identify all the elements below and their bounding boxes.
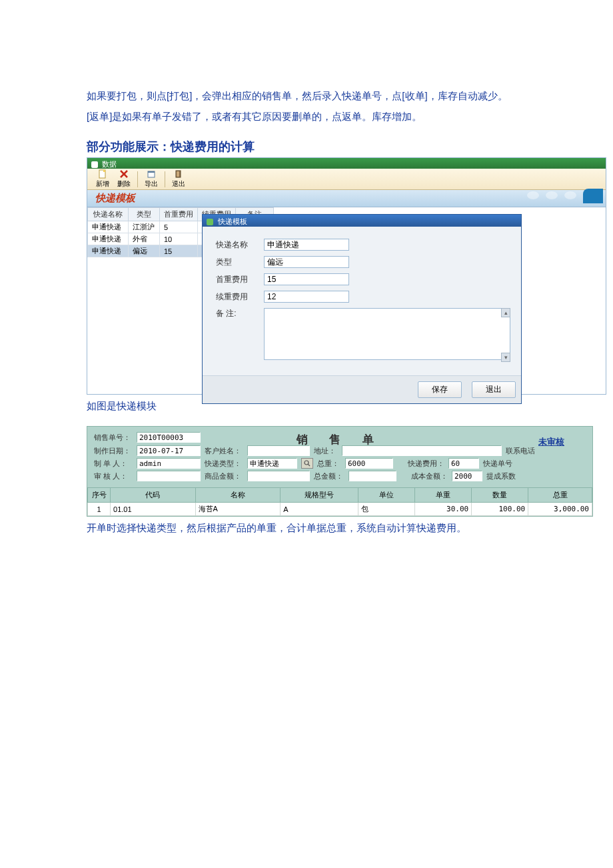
window-title: 数据: [102, 160, 117, 168]
cell-spec: A: [281, 503, 358, 516]
label-first-fee: 首重费用: [216, 274, 264, 285]
doc-paragraph-2: [返单]是如果有单子发错了，或者有其它原因要删单的，点返单。库存增加。: [87, 107, 540, 125]
new-button-label: 新增: [96, 179, 109, 189]
cell-name: 申通快递: [88, 221, 129, 233]
cell-seq: 1: [88, 503, 111, 516]
label-date: 制作日期：: [94, 446, 133, 456]
label-courier-name: 快递名称: [216, 239, 264, 251]
doc-paragraph-1: 如果要打包，则点[打包]，会弹出相应的销售单，然后录入快递单号，点[收单]，库存…: [87, 87, 540, 105]
col-total-wt[interactable]: 总重: [528, 488, 592, 503]
dialog-exit-button[interactable]: 退出: [472, 381, 516, 398]
cell-name: 申通快递: [88, 233, 129, 245]
cell-total-wt: 3,000.00: [528, 503, 592, 516]
first-fee-input[interactable]: [264, 273, 349, 285]
cell-name: 海苔A: [195, 503, 281, 516]
cell-code: 01.01: [111, 503, 196, 516]
scroll-down-icon[interactable]: ▾: [501, 353, 510, 362]
delete-icon: [119, 169, 129, 179]
label-type: 类型: [216, 257, 264, 268]
svg-line-9: [308, 465, 310, 467]
export-icon: [147, 169, 156, 179]
note-textarea[interactable]: [264, 308, 510, 360]
label-courier-type: 快递类型：: [205, 459, 243, 469]
date-input[interactable]: [137, 445, 201, 456]
toolbar-separator: [137, 171, 138, 187]
svg-rect-7: [177, 171, 179, 177]
col-name[interactable]: 名称: [195, 488, 281, 503]
svg-rect-1: [103, 170, 105, 172]
courier-lookup-button[interactable]: [301, 458, 313, 469]
new-button[interactable]: 新增: [93, 168, 113, 190]
auditor-input[interactable]: [137, 471, 201, 481]
cell-first: 15: [159, 245, 197, 257]
label-maker: 制 单 人：: [94, 459, 133, 469]
cell-qty: 100.00: [472, 503, 528, 516]
cell-unit: 包: [358, 503, 415, 516]
dialog-icon: [207, 219, 213, 225]
delete-button-label: 删除: [117, 179, 131, 189]
svg-point-8: [305, 461, 308, 465]
label-note: 备 注:: [216, 308, 264, 319]
col-spec[interactable]: 规格型号: [281, 488, 358, 503]
exit-button[interactable]: 退出: [169, 168, 189, 190]
panel-header: 快递模板: [87, 190, 606, 207]
label-goods-amt: 商品金额：: [205, 471, 243, 481]
label-total-wt: 总重：: [317, 459, 341, 469]
label-phone: 联系电话: [506, 446, 535, 456]
courier-template-window: 数据 新增 删除 导出 退出 快递模板: [87, 157, 606, 395]
export-button[interactable]: 导出: [141, 168, 161, 190]
cell-type: 外省: [129, 233, 160, 245]
courier-type-input[interactable]: [247, 458, 297, 469]
col-type[interactable]: 类型: [129, 208, 160, 221]
total-amt-input[interactable]: [348, 471, 396, 481]
col-name[interactable]: 快递名称: [88, 208, 129, 221]
maker-input[interactable]: [137, 458, 201, 469]
label-total-amt: 总金额：: [314, 471, 344, 481]
cost-amt-input[interactable]: [452, 471, 482, 481]
panel-header-title: 快递模板: [95, 192, 135, 205]
window-toolbar: 新增 删除 导出 退出: [87, 169, 606, 190]
courier-name-input[interactable]: [264, 239, 349, 251]
col-unit-wt[interactable]: 单重: [415, 488, 472, 503]
label-courier-no: 快递单号: [483, 459, 512, 469]
cell-name: 申通快递: [88, 245, 129, 257]
exit-button-label: 退出: [172, 179, 185, 189]
label-comm-rate: 提成系数: [486, 471, 516, 481]
order-no-input[interactable]: [137, 432, 201, 443]
cell-first: 10: [159, 233, 197, 245]
type-input[interactable]: [264, 256, 349, 268]
new-icon: [98, 169, 107, 179]
total-wt-input[interactable]: [345, 458, 393, 469]
col-first[interactable]: 首重费用: [159, 208, 197, 221]
col-qty[interactable]: 数量: [472, 488, 528, 503]
dialog-titlebar[interactable]: 快递模板: [203, 215, 521, 227]
audit-status-link[interactable]: 未审核: [538, 436, 564, 448]
sales-lines-grid[interactable]: 序号 代码 名称 规格型号 单位 单重 数量 总重 1 01.01 海苔A A …: [87, 487, 592, 516]
label-cost-amt: 成本金额：: [411, 471, 448, 481]
sales-line-row[interactable]: 1 01.01 海苔A A 包 30.00 100.00 3,000.00: [88, 503, 592, 516]
scroll-up-icon[interactable]: ▴: [501, 308, 510, 317]
exit-icon: [174, 169, 183, 179]
cell-first: 5: [159, 221, 197, 233]
section-heading: 部分功能展示：快递费用的计算: [87, 139, 540, 155]
delete-button[interactable]: 删除: [114, 168, 134, 190]
col-seq[interactable]: 序号: [88, 488, 111, 503]
col-unit[interactable]: 单位: [358, 488, 415, 503]
sales-order-window: 销 售 单 未审核 销售单号： 制作日期： 客户姓名： 地址： 联系电话 制 单…: [87, 426, 593, 517]
grid2-header-row: 序号 代码 名称 规格型号 单位 单重 数量 总重: [88, 488, 592, 503]
goods-amt-input[interactable]: [247, 471, 310, 481]
label-customer: 客户姓名：: [205, 446, 243, 456]
dialog-footer: 保存 退出: [203, 375, 521, 403]
col-code[interactable]: 代码: [111, 488, 196, 503]
cell-type: 偏远: [129, 245, 160, 257]
cont-fee-input[interactable]: [264, 291, 349, 303]
courier-edit-dialog: 快递模板 快递名称 类型 首重费用: [202, 214, 522, 404]
label-order-no: 销售单号：: [94, 433, 133, 443]
courier-fee-input[interactable]: [448, 458, 479, 469]
sales-order-title: 销 售 单: [297, 432, 383, 447]
window-titlebar: 数据: [87, 158, 606, 169]
svg-rect-5: [148, 171, 155, 173]
save-button[interactable]: 保存: [418, 381, 462, 398]
toolbar-separator-2: [165, 171, 165, 187]
export-button-label: 导出: [145, 179, 158, 189]
